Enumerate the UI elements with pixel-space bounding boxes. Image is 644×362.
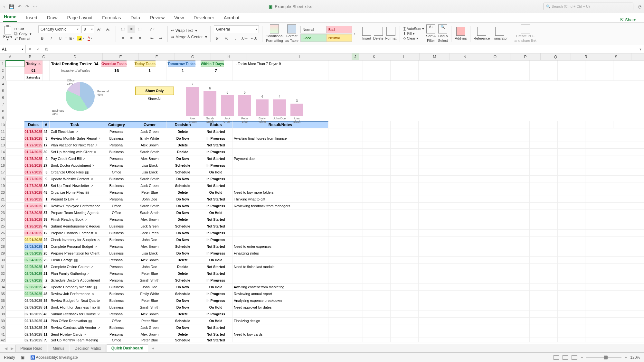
- wrap-text-button[interactable]: ↩Wrap Text ▾: [171, 28, 207, 33]
- cell[interactable]: [585, 162, 613, 169]
- cell[interactable]: [502, 203, 530, 209]
- cell[interactable]: 02/10/2025: [24, 311, 43, 317]
- cell[interactable]: [446, 311, 474, 317]
- fill-color-button[interactable]: ◢: [77, 34, 85, 42]
- cell[interactable]: [363, 142, 391, 148]
- cell[interactable]: [558, 149, 585, 155]
- cell[interactable]: [6, 243, 24, 250]
- cell[interactable]: [50, 74, 100, 80]
- cell[interactable]: [6, 135, 24, 142]
- align-top-button[interactable]: ⬚: [119, 25, 127, 33]
- row-header[interactable]: 40: [0, 324, 6, 331]
- cell[interactable]: [585, 291, 613, 297]
- copy-button[interactable]: ⿻Copy ▾: [14, 32, 32, 36]
- cell[interactable]: [558, 230, 585, 236]
- cell[interactable]: Decide: [166, 264, 199, 270]
- cell[interactable]: Not Started: [199, 142, 232, 148]
- cell[interactable]: Emily White: [133, 291, 166, 297]
- row-header[interactable]: 34: [0, 284, 6, 290]
- cell[interactable]: [363, 270, 391, 277]
- cell[interactable]: [6, 203, 24, 209]
- cell[interactable]: [419, 216, 446, 223]
- col-header-M[interactable]: M: [420, 53, 450, 60]
- cell[interactable]: 26.: [43, 324, 50, 331]
- cell[interactable]: [446, 304, 474, 311]
- cell[interactable]: [474, 257, 502, 263]
- find-select-button[interactable]: 🔍Find & Select: [438, 24, 448, 42]
- cell[interactable]: [328, 203, 335, 209]
- cell[interactable]: [558, 237, 585, 243]
- cell[interactable]: Peter Blue: [133, 270, 166, 277]
- cell[interactable]: [232, 270, 328, 277]
- cell[interactable]: [391, 264, 418, 270]
- reference-button[interactable]: Reference: [474, 27, 490, 41]
- cell[interactable]: [474, 270, 502, 277]
- cell[interactable]: [585, 324, 613, 331]
- save-icon[interactable]: 💾: [9, 4, 14, 9]
- cell[interactable]: [419, 121, 446, 128]
- decrease-font-button[interactable]: A↓: [105, 25, 112, 33]
- cell[interactable]: Prepare Financial Forecast✕: [49, 230, 100, 236]
- cell[interactable]: [419, 257, 446, 263]
- conditional-formatting-button[interactable]: Conditional Formatting: [266, 24, 283, 42]
- cell[interactable]: [6, 237, 24, 243]
- cell[interactable]: 02/04/2025: [24, 257, 43, 263]
- cell[interactable]: [335, 243, 363, 250]
- cell[interactable]: [232, 338, 328, 342]
- cell[interactable]: 1: [133, 67, 166, 74]
- cell[interactable]: Schedule: [166, 318, 199, 324]
- cell[interactable]: [328, 297, 335, 304]
- cell[interactable]: [6, 331, 24, 338]
- cell[interactable]: Lisa Black: [133, 250, 166, 256]
- cell[interactable]: 39.: [43, 216, 50, 223]
- cell[interactable]: [502, 230, 530, 236]
- cell[interactable]: [391, 216, 418, 223]
- comma-button[interactable]: ,: [232, 34, 240, 42]
- cell[interactable]: [502, 216, 530, 223]
- cell[interactable]: [446, 196, 474, 202]
- cell[interactable]: Do Now: [166, 230, 199, 236]
- cell[interactable]: [43, 60, 50, 67]
- cell[interactable]: [391, 196, 418, 202]
- cell[interactable]: [502, 74, 530, 80]
- row-header[interactable]: 39: [0, 318, 6, 324]
- cell[interactable]: [502, 277, 530, 283]
- cell[interactable]: [502, 318, 530, 324]
- cell[interactable]: Present to Lilly↗: [49, 196, 100, 202]
- cell[interactable]: [585, 135, 613, 142]
- cell[interactable]: [446, 277, 474, 283]
- cell[interactable]: [6, 277, 24, 283]
- cell[interactable]: [232, 257, 328, 263]
- cell[interactable]: Do Now: [166, 237, 199, 243]
- cell[interactable]: [474, 277, 502, 283]
- cell[interactable]: 01: [24, 67, 43, 74]
- font-name-select[interactable]: Century Gothic: [38, 25, 80, 33]
- cell[interactable]: Not Started: [199, 223, 232, 229]
- cell[interactable]: [530, 257, 557, 263]
- cell[interactable]: 02/01/2025: [24, 237, 43, 243]
- insert-cells-button[interactable]: Insert: [362, 27, 371, 41]
- tab-review[interactable]: Review: [149, 15, 165, 22]
- col-header-P[interactable]: P: [510, 53, 541, 60]
- col-header-G[interactable]: G: [175, 53, 211, 60]
- cell[interactable]: Prepare Team Meeting Agenda▮▮: [49, 209, 100, 216]
- cell[interactable]: [6, 209, 24, 216]
- cell[interactable]: [363, 338, 391, 342]
- cell[interactable]: [502, 297, 530, 304]
- cell[interactable]: [328, 216, 335, 223]
- cell[interactable]: Alex Brown: [133, 216, 166, 223]
- cell[interactable]: [232, 149, 328, 155]
- cell[interactable]: [391, 230, 418, 236]
- cell[interactable]: Jack Green: [133, 223, 166, 229]
- cell[interactable]: [558, 182, 585, 189]
- cell[interactable]: [6, 264, 24, 270]
- cell[interactable]: Finish Reading Book↗: [49, 216, 100, 223]
- cell[interactable]: Business: [100, 291, 133, 297]
- cell[interactable]: Not Started: [199, 196, 232, 202]
- cell[interactable]: 25.: [43, 257, 50, 263]
- cell[interactable]: [474, 155, 502, 162]
- cell[interactable]: In Progress: [199, 230, 232, 236]
- cell[interactable]: Pay Credit Card Bill↗: [49, 155, 100, 162]
- cell[interactable]: [391, 142, 418, 148]
- col-header-J[interactable]: J: [352, 53, 359, 60]
